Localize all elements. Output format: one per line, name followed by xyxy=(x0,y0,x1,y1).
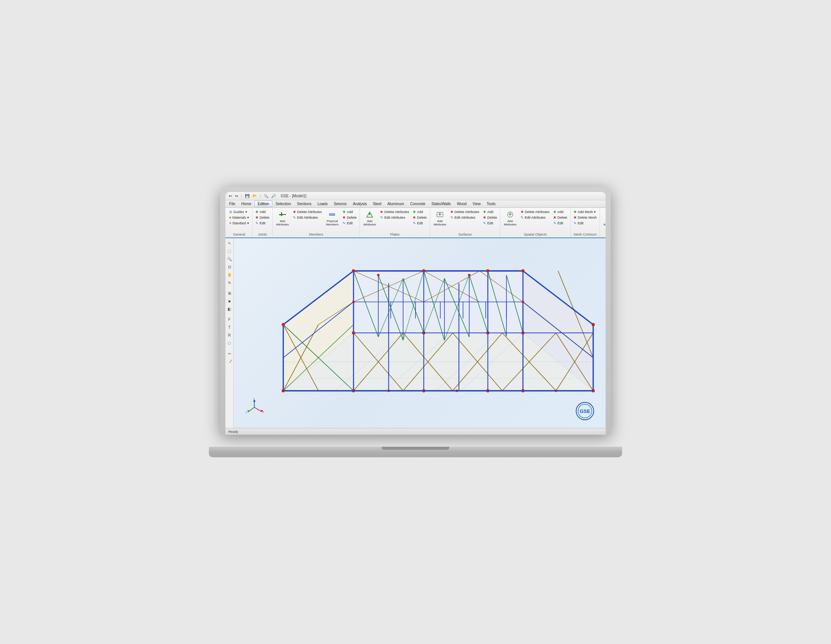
menu-sections[interactable]: Sections xyxy=(294,201,314,207)
top-view-tool[interactable]: T xyxy=(226,324,233,331)
cursor-tool[interactable]: ↖ xyxy=(226,240,233,247)
ribbon-joints-content: ✚ Add ✖ Delete ✎ Edit xyxy=(254,209,271,232)
delete-plates-icon: ✖ xyxy=(380,210,383,214)
standard-button[interactable]: ≡ Standard ▾ xyxy=(228,220,251,226)
physical-members-icon xyxy=(328,210,336,219)
edit-attributes-button[interactable]: ✎ Edit Attributes xyxy=(291,215,323,220)
edit-spatial-button[interactable]: ✎ Edit xyxy=(552,220,569,226)
menu-view[interactable]: View xyxy=(470,201,484,207)
svg-rect-7 xyxy=(369,213,370,215)
add-integration-attr-button[interactable]: AddAttributes xyxy=(602,209,606,227)
menu-edition[interactable]: Edition xyxy=(254,201,273,207)
annotation-tool[interactable]: 📝 xyxy=(226,358,233,365)
add-surfaces-attr-button[interactable]: AddAttributes xyxy=(431,209,448,227)
edit-plate-icon: ✎ xyxy=(413,221,416,225)
add-plate-button[interactable]: ✚ Add xyxy=(411,209,428,215)
physical-members-button[interactable]: PhysicalMembers xyxy=(324,209,341,227)
wireframe-tool[interactable]: ⊞ xyxy=(226,290,233,296)
rotate-tool[interactable]: ↻ xyxy=(226,279,233,286)
structure-3d xyxy=(234,242,606,428)
guides-button[interactable]: ⊞ Guides ▾ xyxy=(228,209,251,215)
front-view-tool[interactable]: F xyxy=(226,316,233,323)
menu-bar: File Home Edition Selection Sections Loa… xyxy=(225,200,606,208)
edit-mesh-attr-button[interactable]: ✎ Edit xyxy=(572,220,599,226)
delete-joint-button[interactable]: ✖ Delete xyxy=(254,215,271,220)
zoom-in-tool[interactable]: 🔍 xyxy=(226,255,233,262)
delete-surfaces-attr-button[interactable]: ✖ Delete Attributes xyxy=(449,209,481,215)
edit-plates-attr-button[interactable]: ✎ Edit Attributes xyxy=(379,215,411,220)
zoom-window-tool[interactable]: ⬚ xyxy=(226,248,233,254)
edit-member-icon: ✎ xyxy=(342,221,345,225)
svg-point-137 xyxy=(522,301,524,303)
delete-attributes-button[interactable]: ✖ Delete Attributes xyxy=(291,209,323,215)
delete-joint-icon: ✖ xyxy=(255,216,258,220)
add-surface-button[interactable]: ✚ Add xyxy=(482,209,498,215)
save-icon[interactable]: 💾 xyxy=(244,193,251,198)
menu-wood[interactable]: Wood xyxy=(454,201,470,207)
add-joint-button[interactable]: ✚ Add xyxy=(254,209,271,215)
ribbon-group-members: AddAttributes ✖ Delete Attributes ✎ xyxy=(273,208,360,238)
menu-home[interactable]: Home xyxy=(238,201,254,207)
edit-member-button[interactable]: ✎ Edit xyxy=(341,220,358,226)
delete-plate-button[interactable]: ✖ Delete xyxy=(411,215,428,220)
ribbon-label-surfaces: Surfaces xyxy=(458,232,472,237)
ribbon-label-mesh: Mesh Contours xyxy=(574,232,597,237)
menu-steel[interactable]: Steel xyxy=(370,201,384,207)
menu-aluminum[interactable]: Aluminum xyxy=(384,201,407,207)
edit-spatial-attr-button[interactable]: ✎ Edit Attributes xyxy=(519,215,551,220)
pan-tool[interactable]: ✋ xyxy=(226,271,233,278)
delete-member-button[interactable]: ✖ Delete xyxy=(341,215,358,220)
svg-point-123 xyxy=(486,269,490,273)
ribbon-surfaces-content: AddAttributes ✖ Delete Attributes ✎ Edit… xyxy=(431,209,498,232)
search-icon[interactable]: 🔎 xyxy=(270,193,277,198)
right-view-tool[interactable]: R xyxy=(226,332,233,338)
menu-slabs-walls[interactable]: Slabs/Walls xyxy=(428,201,454,207)
delete-spatial-button[interactable]: ✖ Delete xyxy=(552,215,569,220)
laptop-base xyxy=(209,447,622,457)
add-spatial-button[interactable]: ✚ Add xyxy=(552,209,569,215)
render-tool[interactable]: ■ xyxy=(226,298,233,304)
delete-plates-attr-button[interactable]: ✖ Delete Attributes xyxy=(379,209,411,215)
redo-icon[interactable]: ↪ xyxy=(234,193,239,198)
menu-analysis[interactable]: Analysis xyxy=(350,201,370,207)
edit-surfaces-attr-button[interactable]: ✎ Edit Attributes xyxy=(449,215,481,220)
guides-dropdown-icon: ▾ xyxy=(245,210,247,214)
svg-point-120 xyxy=(422,269,426,273)
gse-logo: GSE xyxy=(576,402,594,421)
add-member-button[interactable]: ✚ Add xyxy=(341,209,358,215)
menu-seismic[interactable]: Seismic xyxy=(331,201,350,207)
ribbon-surfaces-col: ✖ Delete Attributes ✎ Edit Attributes xyxy=(449,209,481,220)
menu-tools[interactable]: Tools xyxy=(484,201,498,207)
zoom-extent-tool[interactable]: ⊡ xyxy=(226,263,233,270)
edit-surface-button[interactable]: ✎ Edit xyxy=(482,220,498,226)
zoom-in-icon[interactable]: 🔍 xyxy=(263,193,269,198)
add-mesh-attr-button[interactable]: ✚ Add Mesh ▾ xyxy=(572,209,599,215)
edit-plate-button[interactable]: ✎ Edit xyxy=(411,220,428,226)
add-attributes-icon xyxy=(279,210,287,219)
iso-view-tool[interactable]: ⬡ xyxy=(226,340,233,346)
delete-spatial-attr-button[interactable]: ✖ Delete Attributes xyxy=(519,209,551,215)
section-cut-tool[interactable]: ✂ xyxy=(226,350,233,357)
status-text: Ready xyxy=(228,430,238,434)
delete-attributes-icon: ✖ xyxy=(293,210,296,214)
undo-icon[interactable]: ↩ xyxy=(228,193,233,198)
menu-concrete[interactable]: Concrete xyxy=(407,201,429,207)
shaded-tool[interactable]: ◧ xyxy=(226,306,233,312)
materials-button[interactable]: ■ Materials ▾ xyxy=(228,215,251,220)
edit-joint-button[interactable]: ✎ Edit xyxy=(254,220,271,226)
menu-loads[interactable]: Loads xyxy=(314,201,331,207)
svg-text:GSE: GSE xyxy=(579,408,590,414)
add-attributes-button[interactable]: AddAttributes xyxy=(274,209,291,227)
menu-selection[interactable]: Selection xyxy=(272,201,294,207)
add-spatial-attr-button[interactable]: AddAttributes xyxy=(502,209,519,227)
open-icon[interactable]: 📂 xyxy=(252,193,258,198)
delete-surface-button[interactable]: ✖ Delete xyxy=(482,215,498,220)
delete-mesh-attr-button[interactable]: ✖ Delete Mesh xyxy=(572,215,599,220)
canvas-area[interactable]: x y z GSE xyxy=(234,238,606,428)
ribbon-plates-ade-col: ✚ Add ✖ Delete ✎ Edit xyxy=(411,209,428,226)
add-plates-attr-button[interactable]: AddAttributes xyxy=(361,209,378,227)
laptop-container: ↩ ↪ | 💾 📂 | 🔍 🔎 GSE - [Model1] File Home xyxy=(209,187,622,457)
ribbon-spatial-ade-col: ✚ Add ✖ Delete ✎ Edit xyxy=(552,209,569,226)
menu-file[interactable]: File xyxy=(226,201,238,207)
ribbon-group-joints: ✚ Add ✖ Delete ✎ Edit xyxy=(252,208,273,238)
